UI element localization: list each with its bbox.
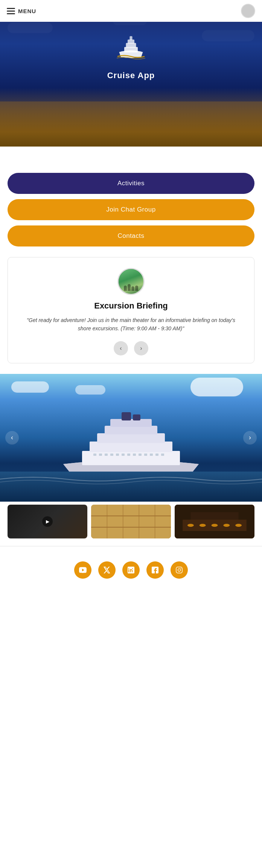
water-reflection	[0, 101, 262, 147]
carousel-next-button[interactable]: ›	[134, 341, 148, 355]
thumbnail-3[interactable]	[175, 505, 254, 538]
youtube-button[interactable]	[74, 561, 91, 579]
top-navigation: MENU	[0, 0, 262, 22]
svg-rect-3	[129, 36, 132, 40]
linkedin-button[interactable]	[122, 561, 140, 579]
svg-rect-22	[155, 454, 158, 456]
play-icon: ▶	[42, 516, 53, 527]
svg-rect-8	[110, 419, 152, 427]
thumbnail-1[interactable]: ▶	[8, 505, 87, 538]
svg-point-37	[235, 524, 242, 527]
carousel-controls: ‹ ›	[17, 341, 245, 355]
person-figure	[124, 286, 127, 291]
carousel-prev-button[interactable]: ‹	[114, 341, 128, 355]
wave-decoration	[0, 472, 262, 487]
contacts-button[interactable]: Contacts	[8, 225, 254, 246]
people-silhouette	[124, 284, 138, 291]
svg-rect-21	[150, 454, 153, 456]
hero-background: Cruise App	[0, 0, 262, 147]
hamburger-icon	[7, 8, 15, 14]
deck-illustration	[91, 505, 171, 538]
svg-rect-7	[105, 426, 157, 434]
menu-label: MENU	[18, 8, 36, 14]
svg-rect-20	[144, 454, 147, 456]
linkedin-icon	[128, 567, 134, 573]
instagram-icon	[176, 567, 183, 573]
youtube-icon	[79, 567, 87, 573]
photo-next-button[interactable]: ›	[243, 431, 257, 445]
sky-cloud	[190, 378, 243, 396]
svg-rect-38	[190, 512, 238, 520]
svg-rect-5	[90, 442, 172, 452]
svg-point-35	[212, 524, 218, 527]
hero-title: Cruise App	[78, 71, 184, 80]
thumbnail-2[interactable]	[91, 505, 171, 538]
footer-divider	[0, 546, 262, 546]
person-figure	[135, 286, 138, 291]
excursion-card: Excursion Briefing "Get ready for advent…	[8, 257, 254, 363]
svg-rect-14	[110, 454, 113, 456]
cloud-decoration	[8, 23, 53, 33]
ship-logo-svg	[114, 30, 148, 64]
svg-point-33	[187, 524, 194, 527]
evening-illustration	[175, 505, 254, 538]
svg-point-36	[223, 524, 230, 527]
hero-banner: Cruise App	[0, 0, 262, 147]
action-buttons-section: Activities Join Chat Group Contacts	[0, 173, 262, 246]
svg-rect-19	[139, 454, 142, 456]
excursion-avatar	[117, 268, 145, 295]
sky-cloud	[75, 385, 105, 395]
menu-button[interactable]: MENU	[7, 8, 36, 14]
x-twitter-button[interactable]	[98, 561, 116, 579]
svg-rect-1	[126, 43, 136, 48]
cruise-photo-section: ‹ ›	[0, 374, 262, 502]
cruise-ship-illustration	[52, 404, 210, 479]
sky-cloud	[11, 381, 49, 393]
svg-point-41	[181, 568, 181, 569]
social-footer	[0, 554, 262, 590]
spacer-top	[0, 147, 262, 165]
svg-point-40	[178, 569, 181, 571]
svg-rect-6	[97, 433, 165, 443]
svg-rect-23	[161, 454, 164, 456]
excursion-title: Excursion Briefing	[17, 301, 245, 311]
svg-point-34	[200, 524, 206, 527]
svg-rect-11	[93, 454, 96, 456]
photo-prev-button[interactable]: ‹	[5, 431, 19, 445]
person-figure	[128, 284, 131, 291]
svg-rect-17	[127, 454, 130, 456]
cruise-photo-background	[0, 374, 262, 502]
excursion-avatar-image	[119, 269, 143, 294]
cloud-decoration	[202, 30, 254, 41]
svg-rect-4	[82, 451, 180, 465]
facebook-icon	[152, 567, 158, 573]
x-icon	[104, 567, 110, 573]
facebook-button[interactable]	[146, 561, 164, 579]
svg-rect-0	[124, 47, 138, 52]
svg-rect-16	[122, 454, 125, 456]
svg-rect-18	[133, 454, 136, 456]
svg-rect-24	[91, 505, 171, 538]
svg-rect-15	[116, 454, 119, 456]
thumbnail-strip: ▶	[0, 505, 262, 538]
activities-button[interactable]: Activities	[8, 173, 254, 194]
avatar[interactable]	[241, 4, 255, 18]
svg-rect-12	[99, 454, 102, 456]
svg-rect-39	[176, 567, 182, 573]
svg-rect-13	[105, 454, 108, 456]
excursion-description: "Get ready for adventure! Join us in the…	[17, 316, 245, 333]
instagram-button[interactable]	[171, 561, 188, 579]
join-chat-button[interactable]: Join Chat Group	[8, 199, 254, 220]
svg-rect-9	[122, 412, 131, 420]
svg-rect-10	[133, 414, 140, 420]
ship-logo-area: Cruise App	[78, 30, 184, 80]
person-figure	[131, 286, 134, 291]
